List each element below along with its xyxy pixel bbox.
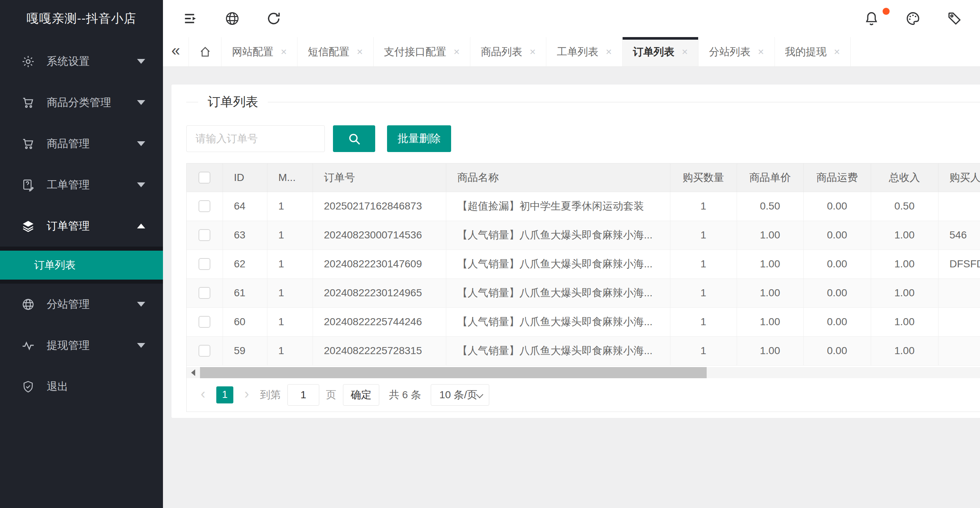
- tabs-collapse-button[interactable]: «: [163, 37, 189, 66]
- header-price: 商品单价: [737, 163, 803, 192]
- sidebar-menu: 系统设置 商品分类管理 商品管理 工单管理 订单管理: [0, 41, 163, 407]
- page-size-select[interactable]: 10 条/页: [431, 384, 489, 406]
- cell-qty: 1: [670, 278, 737, 307]
- tab-work-order-list[interactable]: 工单列表 ×: [546, 37, 622, 66]
- cell-id: 62: [223, 249, 267, 278]
- close-icon[interactable]: ×: [530, 47, 536, 57]
- page-jump-input[interactable]: [287, 384, 319, 406]
- close-icon[interactable]: ×: [357, 47, 363, 57]
- sidebar-item-logout[interactable]: 退出: [0, 366, 163, 407]
- sidebar-item-work-order[interactable]: 工单管理: [0, 164, 163, 205]
- sidebar-item-system-settings[interactable]: 系统设置: [0, 41, 163, 82]
- row-checkbox[interactable]: [199, 200, 210, 212]
- table-row: 61 1 20240822230124965 【人气销量】八爪鱼大爆头即食麻辣小…: [187, 278, 980, 307]
- tabbar: « 网站配置 × 短信配置 × 支付接口配置 × 商品列表 × 工单列表 × 订…: [163, 37, 980, 67]
- header-income: 总收入: [871, 163, 938, 192]
- cell-product: 【人气销量】八爪鱼大爆头即食麻辣小海...: [446, 249, 670, 278]
- close-icon[interactable]: ×: [454, 47, 460, 57]
- total-count-label: 共 6 条: [389, 388, 421, 402]
- tab-payment-config[interactable]: 支付接口配置 ×: [374, 37, 470, 66]
- sidebar-item-product-category[interactable]: 商品分类管理: [0, 82, 163, 123]
- close-icon[interactable]: ×: [682, 47, 688, 57]
- row-checkbox[interactable]: [199, 287, 210, 299]
- header-m: M...: [267, 163, 313, 192]
- select-all-checkbox[interactable]: [199, 172, 210, 184]
- topbar: [163, 0, 980, 37]
- cell-id: 59: [223, 336, 267, 365]
- cell-income: 1.00: [871, 307, 938, 336]
- refresh-icon[interactable]: [265, 10, 282, 27]
- cell-id: 63: [223, 220, 267, 249]
- row-checkbox[interactable]: [199, 345, 210, 357]
- tab-substation-list[interactable]: 分站列表 ×: [698, 37, 775, 66]
- order-search-input[interactable]: [186, 125, 325, 152]
- close-icon[interactable]: ×: [606, 47, 611, 57]
- sidebar-item-withdrawal-management[interactable]: 提现管理: [0, 325, 163, 366]
- scroll-left-arrow[interactable]: [187, 367, 199, 378]
- cell-qty: 1: [670, 336, 737, 365]
- row-checkbox[interactable]: [199, 258, 210, 270]
- header-buyer: 购买人: [938, 163, 980, 192]
- tab-website-config[interactable]: 网站配置 ×: [221, 37, 298, 66]
- cell-shipping: 0.00: [803, 249, 871, 278]
- cell-m: 1: [267, 220, 313, 249]
- sidebar-item-substation-management[interactable]: 分站管理: [0, 284, 163, 325]
- home-icon: [199, 45, 212, 59]
- table-row: 64 1 20250217162846873 【超值捡漏】初中学生夏季休闲运动套…: [187, 192, 980, 220]
- close-icon[interactable]: ×: [281, 47, 287, 57]
- row-checkbox[interactable]: [199, 316, 210, 328]
- notification-dot-badge: [883, 8, 889, 15]
- header-select-all: [187, 163, 223, 192]
- sidebar-item-product-management[interactable]: 商品管理: [0, 123, 163, 164]
- table-row: 63 1 20240823000714536 【人气销量】八爪鱼大爆头即食麻辣小…: [187, 220, 980, 249]
- chevron-up-icon: [137, 224, 145, 228]
- gear-icon: [21, 54, 35, 69]
- tab-my-withdrawals[interactable]: 我的提现 ×: [775, 37, 851, 66]
- batch-delete-button[interactable]: 批量删除: [387, 125, 451, 152]
- close-icon[interactable]: ×: [758, 47, 764, 57]
- notifications-bell-icon[interactable]: [863, 10, 880, 27]
- scrollbar-thumb[interactable]: [200, 367, 707, 378]
- cell-price: 1.00: [737, 307, 803, 336]
- tab-product-list[interactable]: 商品列表 ×: [470, 37, 546, 66]
- collapse-menu-icon[interactable]: [182, 10, 199, 27]
- pulse-icon: [21, 338, 35, 353]
- cell-order-no: 20240822225744246: [313, 307, 446, 336]
- row-checkbox[interactable]: [199, 229, 210, 241]
- cell-price: 1.00: [737, 336, 803, 365]
- cell-shipping: 0.00: [803, 307, 871, 336]
- work-order-icon: [21, 177, 35, 192]
- cell-order-no: 20240822230147609: [313, 249, 446, 278]
- order-management-submenu: 订单列表: [0, 247, 163, 284]
- order-table: ID M... 订单号 商品名称 购买数量 商品单价 商品运费 总收入 购买人: [187, 163, 980, 366]
- sidebar-item-order-management[interactable]: 订单管理: [0, 205, 163, 247]
- tab-order-list[interactable]: 订单列表 ×: [623, 37, 698, 66]
- search-button[interactable]: [333, 125, 375, 152]
- tab-home[interactable]: [189, 37, 221, 66]
- tag-icon[interactable]: [946, 10, 963, 27]
- sidebar-subitem-order-list[interactable]: 订单列表: [0, 251, 163, 280]
- cell-m: 1: [267, 278, 313, 307]
- toolbar: 批量删除: [186, 125, 980, 152]
- chevron-down-icon: [137, 343, 145, 348]
- cell-buyer: 546: [938, 220, 980, 249]
- header-order-no: 订单号: [313, 163, 446, 192]
- title-divider: [186, 102, 198, 102]
- cell-product: 【超值捡漏】初中学生夏季休闲运动套装: [446, 192, 670, 220]
- language-globe-icon[interactable]: [224, 10, 241, 27]
- theme-palette-icon[interactable]: [904, 10, 921, 27]
- header-id: ID: [223, 163, 267, 192]
- page-title: 订单列表: [208, 93, 258, 110]
- close-icon[interactable]: ×: [834, 47, 840, 57]
- current-page-button[interactable]: 1: [216, 387, 233, 403]
- cell-buyer: [938, 336, 980, 365]
- confirm-page-button[interactable]: 确定: [343, 384, 379, 406]
- next-page-button[interactable]: ›: [240, 387, 253, 403]
- cell-buyer: DFSFDC: [938, 249, 980, 278]
- cell-price: 1.00: [737, 220, 803, 249]
- tab-sms-config[interactable]: 短信配置 ×: [298, 37, 373, 66]
- panel-title-block: 订单列表: [186, 90, 980, 114]
- prev-page-button[interactable]: ‹: [196, 387, 210, 403]
- topbar-right-icons: [863, 10, 980, 27]
- cell-product: 【人气销量】八爪鱼大爆头即食麻辣小海...: [446, 307, 670, 336]
